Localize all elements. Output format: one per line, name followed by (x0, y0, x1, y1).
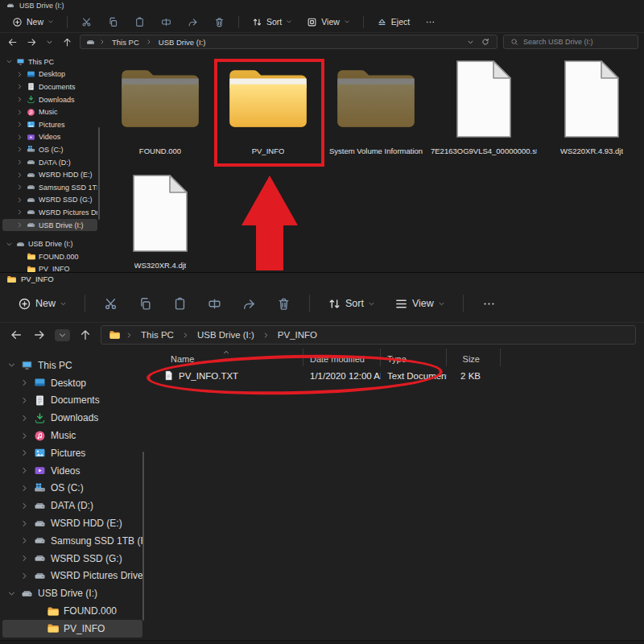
tree-item-os-c[interactable]: OS (C:) (2, 143, 97, 156)
chevron-right-icon[interactable] (16, 196, 23, 204)
sort-button[interactable]: Sort (320, 293, 382, 315)
tree-item-this-pc[interactable]: This PC (2, 357, 142, 374)
tree-item-videos[interactable]: Videos (2, 131, 97, 144)
forward-button[interactable] (25, 35, 39, 49)
paste-button[interactable] (132, 14, 147, 30)
tree-item-samsung-ssd-1tb-f[interactable]: Samsung SSD 1TB (F:) (2, 532, 142, 550)
chevron-down-icon[interactable] (7, 361, 16, 369)
copy-button[interactable] (105, 14, 121, 30)
recent-locations-button[interactable] (44, 37, 55, 47)
forward-button[interactable] (31, 327, 47, 343)
tree-item-usb-drive-i[interactable]: USB Drive (I:) (2, 584, 142, 602)
chevron-down-icon[interactable] (6, 241, 13, 248)
column-header-type[interactable]: Type (381, 349, 447, 366)
chevron-right-icon[interactable] (16, 208, 23, 216)
chevron-right-icon[interactable] (16, 71, 23, 78)
back-button[interactable] (6, 35, 19, 49)
tree-item-os-c[interactable]: OS (C:) (2, 480, 142, 497)
eject-button[interactable]: Eject (371, 14, 415, 30)
chevron-right-icon[interactable] (20, 484, 29, 493)
chevron-right-icon[interactable] (20, 431, 29, 440)
tree-item-desktop[interactable]: Desktop (2, 374, 142, 392)
breadcrumb-item-this-pc[interactable]: This PC (109, 37, 142, 47)
view-button[interactable]: View (387, 293, 452, 315)
chevron-down-icon[interactable] (7, 589, 16, 598)
tree-item-data-d[interactable]: DATA (D:) (2, 156, 97, 169)
rename-button[interactable] (204, 294, 225, 314)
folder-item-found-000[interactable]: FOUND.000 (106, 53, 214, 167)
chevron-right-icon[interactable] (16, 96, 23, 103)
chevron-right-icon[interactable] (20, 448, 29, 457)
scrollbar-thumb[interactable] (142, 452, 144, 621)
tree-item-this-pc[interactable]: This PC (2, 56, 97, 68)
chevron-right-icon[interactable] (16, 159, 23, 166)
share-button[interactable] (239, 294, 259, 314)
file-item-7e2163og9vls4-00000000-stk[interactable]: 7E2163OG9VLS4_00000000.stk (430, 53, 538, 167)
tree-item-downloads[interactable]: Downloads (2, 93, 97, 106)
delete-button[interactable] (274, 294, 294, 314)
new-button[interactable]: New (6, 14, 60, 30)
tree-item-wsrd-pictures-drive-h[interactable]: WSRD Pictures Drive (H:) (2, 206, 97, 219)
tree-item-found-000[interactable]: FOUND.000 (2, 250, 97, 263)
chevron-right-icon[interactable] (16, 121, 23, 128)
tree-item-music[interactable]: Music (2, 105, 97, 118)
tree-item-usb-drive-i[interactable]: USB Drive (I:) (2, 219, 97, 232)
chevron-right-icon[interactable] (16, 146, 23, 153)
tree-item-pv-info[interactable]: PV_INFO (2, 263, 97, 273)
more-options-button[interactable] (479, 294, 499, 314)
file-row-pv-info-txt[interactable]: PV_INFO.TXT1/1/2020 12:00 AMText Documen… (150, 366, 644, 385)
chevron-right-icon[interactable] (20, 519, 29, 528)
column-header-name[interactable]: Name (150, 349, 303, 366)
chevron-right-icon[interactable] (20, 414, 29, 423)
chevron-right-icon[interactable] (16, 184, 23, 191)
new-button[interactable]: New (10, 293, 74, 315)
tree-item-found-000[interactable]: FOUND.000 (2, 602, 142, 620)
tree-item-pv-info[interactable]: PV_INFO (2, 620, 142, 638)
scrollbar-thumb[interactable] (98, 127, 100, 220)
more-options-button[interactable] (423, 14, 438, 30)
tree-item-pictures[interactable]: Pictures (2, 444, 142, 462)
tree-item-documents[interactable]: Documents (2, 80, 97, 93)
tree-item-wsrd-pictures-drive-h[interactable]: WSRD Pictures Drive (H:) (2, 568, 142, 585)
tree-item-samsung-ssd-1tb-f[interactable]: Samsung SSD 1TB (F:) (2, 181, 97, 194)
file-item-ws220xr-4-93-djt[interactable]: WS220XR.4.93.djt (538, 53, 644, 167)
chevron-right-icon[interactable] (20, 396, 29, 405)
chevron-right-icon[interactable] (16, 221, 23, 229)
breadcrumb-item-usb-drive-i[interactable]: USB Drive (I:) (195, 329, 257, 341)
chevron-right-icon[interactable] (16, 109, 23, 116)
folder-item-pv-info[interactable]: PV_INFO (214, 53, 322, 167)
recent-locations-button[interactable] (55, 329, 70, 341)
delete-button[interactable] (212, 14, 227, 30)
tree-item-videos[interactable]: Videos (2, 462, 142, 480)
tree-item-pictures[interactable]: Pictures (2, 118, 97, 131)
chevron-right-icon[interactable] (20, 378, 29, 387)
cut-button[interactable] (79, 14, 94, 30)
tree-item-music[interactable]: Music (2, 427, 142, 444)
chevron-right-icon[interactable] (20, 502, 29, 510)
breadcrumb-item-pv-info[interactable]: PV_INFO (275, 329, 320, 341)
tree-item-documents[interactable]: Documents (2, 392, 142, 410)
folder-item-system-volume-information[interactable]: System Volume Information (322, 53, 430, 167)
cut-button[interactable] (101, 294, 121, 314)
address-box[interactable]: This PCUSB Drive (I:)PV_INFO (101, 325, 636, 345)
back-button[interactable] (8, 327, 24, 343)
search-box[interactable]: Search USB Drive (I:) (503, 35, 638, 49)
paste-button[interactable] (170, 294, 190, 314)
up-button[interactable] (77, 327, 93, 343)
view-button[interactable]: View (301, 14, 356, 30)
tree-item-downloads[interactable]: Downloads (2, 409, 142, 427)
column-header-date-modified[interactable]: Date modified (303, 349, 381, 366)
chevron-right-icon[interactable] (16, 171, 23, 179)
chevron-right-icon[interactable] (20, 536, 29, 545)
tree-item-wsrd-hdd-e[interactable]: WSRD HDD (E:) (2, 514, 142, 532)
chevron-right-icon[interactable] (20, 554, 29, 563)
tree-item-wsrd-hdd-e[interactable]: WSRD HDD (E:) (2, 168, 97, 181)
refresh-button[interactable] (480, 36, 491, 47)
chevron-right-icon[interactable] (16, 134, 23, 141)
breadcrumb-item-this-pc[interactable]: This PC (138, 329, 176, 341)
tree-item-data-d[interactable]: DATA (D:) (2, 497, 142, 514)
tree-item-desktop[interactable]: Desktop (2, 68, 97, 81)
chevron-right-icon[interactable] (20, 466, 29, 475)
share-button[interactable] (185, 14, 200, 30)
copy-button[interactable] (135, 294, 155, 314)
